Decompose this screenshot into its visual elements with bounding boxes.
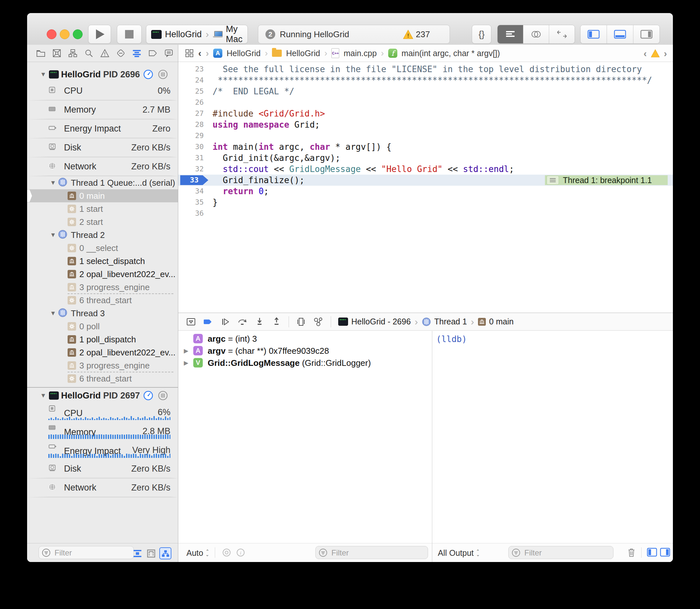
code-line[interactable]: 25/* END LEGAL */ bbox=[178, 86, 673, 97]
view-process-by-queue-icon[interactable] bbox=[159, 547, 171, 559]
process-row[interactable]: ▼ HelloGrid PID 2696 bbox=[27, 67, 178, 82]
stack-frames-filter-icon[interactable] bbox=[146, 548, 156, 559]
thread-row[interactable]: ▼ Thread 2 bbox=[27, 228, 178, 242]
report-navigator-icon[interactable] bbox=[164, 49, 173, 58]
console-view[interactable]: (lldb) bbox=[432, 331, 673, 543]
gauge-row[interactable]: Memory 2.8 MB bbox=[27, 422, 178, 440]
hide-debug-area-icon[interactable] bbox=[186, 317, 196, 327]
code-snippets-button[interactable]: {} bbox=[472, 25, 491, 44]
go-forward-button[interactable]: › bbox=[206, 48, 209, 59]
disclosure-triangle-icon[interactable]: ▼ bbox=[50, 231, 56, 239]
zoom-window-button[interactable] bbox=[73, 29, 83, 39]
thread-row[interactable]: ▼ Thread 1 Queue:...d (serial) bbox=[27, 176, 178, 189]
variables-view[interactable]: A argc = (int) 3 ▶ A argv = (char **) 0x… bbox=[178, 331, 432, 543]
code-line[interactable]: 30int main(int argc, char * argv[]) { bbox=[178, 141, 673, 152]
stack-frame-row[interactable]: 2 opal_libevent2022_ev... bbox=[27, 346, 178, 359]
step-into-icon[interactable] bbox=[255, 317, 264, 327]
continue-icon[interactable] bbox=[220, 317, 230, 327]
variable-row[interactable]: ▶ V Grid::GridLogMessage (Grid::GridLogg… bbox=[178, 357, 430, 369]
gauge-row[interactable]: Disk Zero KB/s bbox=[27, 459, 178, 478]
version-editor-button[interactable] bbox=[549, 25, 575, 44]
test-navigator-icon[interactable] bbox=[116, 49, 125, 58]
line-number[interactable]: 30 bbox=[178, 141, 204, 152]
line-number[interactable]: 35 bbox=[178, 197, 204, 208]
code-line[interactable]: 32 std::cout << GridLogMessage << "Hello… bbox=[178, 163, 673, 175]
code-line[interactable]: 33 Grid_finalize(); Thread 1: breakpoint… bbox=[178, 175, 673, 186]
gauge-row[interactable]: Network Zero KB/s bbox=[27, 478, 178, 498]
minimize-window-button[interactable] bbox=[60, 29, 70, 39]
stack-frame-row[interactable]: 2 start bbox=[27, 215, 178, 228]
line-number[interactable]: 34 bbox=[178, 186, 204, 197]
gauges-button[interactable] bbox=[143, 391, 153, 400]
symbol-navigator-icon[interactable] bbox=[68, 49, 78, 58]
show-variables-view-icon[interactable] bbox=[647, 547, 657, 557]
step-over-icon[interactable] bbox=[237, 317, 247, 327]
next-issue-button[interactable]: › bbox=[664, 48, 667, 59]
line-number[interactable]: 24 bbox=[178, 75, 204, 86]
activity-viewer[interactable]: 2 Running HelloGrid ! 237 bbox=[258, 25, 450, 44]
code-line[interactable]: 27#include <Grid/Grid.h> bbox=[178, 108, 673, 119]
line-number[interactable]: 31 bbox=[178, 152, 204, 163]
source-control-navigator-icon[interactable] bbox=[52, 49, 62, 58]
clear-console-icon[interactable] bbox=[627, 547, 636, 558]
related-items-icon[interactable] bbox=[185, 49, 194, 58]
line-number[interactable]: 29 bbox=[178, 130, 204, 141]
line-number[interactable]: 36 bbox=[178, 208, 204, 219]
columns-button[interactable] bbox=[158, 391, 168, 400]
line-number[interactable]: 32 bbox=[178, 163, 204, 175]
line-number[interactable]: 27 bbox=[178, 108, 204, 119]
find-navigator-icon[interactable] bbox=[84, 49, 93, 58]
gauge-row[interactable]: Memory 2.7 MB bbox=[27, 101, 178, 119]
scheme-selector[interactable]: HelloGrid › My Mac bbox=[146, 25, 248, 44]
stack-frame-row[interactable]: 1 select_dispatch bbox=[27, 255, 178, 267]
stack-frame-row[interactable]: 2 opal_libevent2022_ev... bbox=[27, 267, 178, 281]
variable-row[interactable]: A argc = (int) 3 bbox=[178, 333, 430, 345]
stack-frame-row[interactable]: 0 poll bbox=[27, 320, 178, 333]
code-line[interactable]: 34 return 0; bbox=[178, 186, 673, 197]
stack-frame-row[interactable]: 3 progress_engine bbox=[27, 281, 178, 294]
stack-frame-row[interactable]: 1 start bbox=[27, 202, 178, 215]
disclosure-triangle-icon[interactable]: ▼ bbox=[50, 179, 56, 186]
debug-thread-crumb[interactable]: Thread 1 bbox=[434, 317, 467, 326]
debug-process-crumb[interactable]: HelloGrid - 2696 bbox=[351, 317, 411, 326]
code-line[interactable]: 36 bbox=[178, 208, 673, 219]
show-console-view-icon[interactable] bbox=[660, 547, 670, 557]
code-line[interactable]: 35} bbox=[178, 197, 673, 208]
line-number[interactable]: 23 bbox=[178, 64, 204, 75]
flagged-threads-filter-icon[interactable] bbox=[132, 548, 143, 559]
variables-filter-input[interactable] bbox=[331, 546, 425, 559]
stack-frame-row[interactable]: 3 progress_engine bbox=[27, 359, 178, 372]
issue-navigator-icon[interactable] bbox=[100, 49, 109, 58]
console-filter-field[interactable] bbox=[508, 546, 614, 559]
stack-frame-row[interactable]: 0 main bbox=[27, 189, 178, 202]
stack-frame-row[interactable]: 1 poll_dispatch bbox=[27, 333, 178, 346]
debug-navigator-icon[interactable] bbox=[132, 49, 141, 58]
disclosure-triangle-icon[interactable]: ▼ bbox=[40, 392, 46, 399]
gauge-row[interactable]: CPU 6% bbox=[27, 403, 178, 422]
close-window-button[interactable] bbox=[47, 29, 56, 39]
code-line[interactable]: 23 See the full license in the file "LIC… bbox=[178, 64, 673, 75]
instruction-pointer-badge[interactable]: 33 bbox=[180, 175, 208, 185]
disclosure-triangle-icon[interactable]: ▼ bbox=[40, 71, 46, 78]
line-number[interactable]: 28 bbox=[178, 119, 204, 130]
code-line[interactable]: 29 bbox=[178, 130, 673, 141]
go-back-button[interactable]: ‹ bbox=[198, 48, 202, 59]
issue-warning-icon[interactable] bbox=[651, 49, 660, 57]
disclosure-triangle-icon[interactable]: ▼ bbox=[50, 310, 56, 317]
gauge-row[interactable]: Network Zero KB/s bbox=[27, 157, 178, 176]
variables-scope-select[interactable]: Auto ⌃⌃ bbox=[186, 548, 209, 557]
gauge-row[interactable]: Energy Impact Very High bbox=[27, 440, 178, 459]
console-filter-input[interactable] bbox=[524, 546, 611, 559]
variable-row[interactable]: ▶ A argv = (char **) 0x7ffee9039c28 bbox=[178, 345, 430, 357]
gauges-button[interactable] bbox=[143, 70, 153, 79]
previous-issue-button[interactable]: ‹ bbox=[644, 48, 647, 59]
code-line[interactable]: 31 Grid_init(&argc,&argv); bbox=[178, 152, 673, 163]
warning-indicator[interactable]: ! 237 bbox=[403, 29, 430, 39]
toggle-navigator-button[interactable] bbox=[581, 25, 607, 44]
standard-editor-button[interactable] bbox=[498, 25, 523, 44]
jumpbar-item-project[interactable]: HelloGrid bbox=[226, 49, 260, 58]
run-button[interactable] bbox=[88, 25, 111, 44]
quicklook-icon[interactable] bbox=[222, 547, 232, 557]
info-icon[interactable]: i bbox=[236, 547, 245, 557]
variables-filter-field[interactable] bbox=[315, 546, 428, 559]
